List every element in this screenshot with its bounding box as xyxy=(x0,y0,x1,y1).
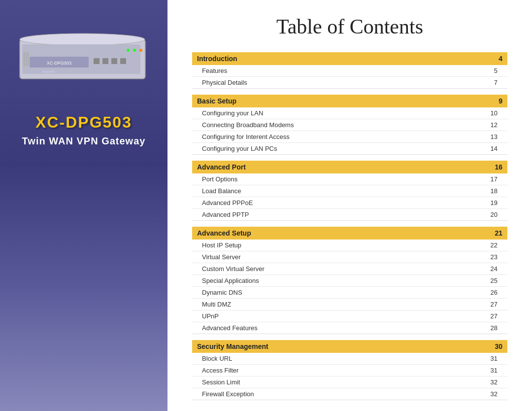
toc-item-page: 18 xyxy=(491,187,498,195)
toc-item: Block URL31 xyxy=(192,353,507,365)
toc-item: Access Filter31 xyxy=(192,365,507,377)
toc-item-label: UPnP xyxy=(202,312,219,320)
toc-section-header: Introduction4 xyxy=(192,52,507,65)
toc-item: Load Balance18 xyxy=(192,185,507,197)
toc-item-label: Load Balance xyxy=(202,187,241,195)
toc-item: Virtual Server23 xyxy=(192,251,507,263)
main-content: Table of Contents Introduction4Features5… xyxy=(167,0,532,411)
toc-item: Advanced Features28 xyxy=(192,322,507,334)
toc-section: Advanced Setup21Host IP Setup22Virtual S… xyxy=(192,227,507,334)
brand-subtitle: Twin WAN VPN Gateway xyxy=(22,136,146,147)
toc-item-label: Virtual Server xyxy=(202,253,241,261)
toc-section-header: Security Management30 xyxy=(192,340,507,353)
svg-point-1 xyxy=(20,34,145,45)
toc-item-label: Features xyxy=(202,67,227,74)
toc-item-label: Port Options xyxy=(202,175,237,183)
toc-section: Security Management30Block URL31Access F… xyxy=(192,340,507,400)
toc-item-page: 31 xyxy=(491,355,498,362)
svg-rect-9 xyxy=(94,58,100,64)
toc-item-page: 31 xyxy=(491,367,498,374)
toc-item-page: 20 xyxy=(491,211,498,218)
toc-section-page: 9 xyxy=(499,97,502,105)
toc-section-title: Advanced Port xyxy=(197,163,246,171)
toc-section-header: Advanced Setup21 xyxy=(192,227,507,240)
toc-item: Dynamic DNS26 xyxy=(192,287,507,299)
toc-item-label: Access Filter xyxy=(202,367,238,374)
toc-item: Session Limit32 xyxy=(192,377,507,388)
toc-item: Firewall Exception32 xyxy=(192,388,507,400)
toc-section-title: Advanced Setup xyxy=(197,229,251,237)
toc-section-title: Basic Setup xyxy=(197,97,236,105)
svg-rect-13 xyxy=(24,52,25,67)
toc-section-header: Basic Setup9 xyxy=(192,95,507,107)
svg-rect-14 xyxy=(26,52,27,67)
toc-section: Basic Setup9Configuring your LAN10Connec… xyxy=(192,95,507,155)
toc-item: Advanced PPPoE19 xyxy=(192,197,507,209)
toc-item-label: Connecting Broadband Modems xyxy=(202,121,294,129)
toc-item-page: 12 xyxy=(491,121,498,129)
svg-point-5 xyxy=(139,49,142,52)
sidebar: XC-DPG503 xincom XC-DPG503 Twin WAN VPN … xyxy=(0,0,167,411)
toc-item: Custom Virtual Server24 xyxy=(192,263,507,275)
toc-item: Configuring your LAN PCs14 xyxy=(192,143,507,154)
toc-item: Host IP Setup22 xyxy=(192,240,507,251)
svg-rect-10 xyxy=(102,58,108,64)
svg-rect-15 xyxy=(28,52,29,67)
toc-container: Introduction4Features5Physical Details7B… xyxy=(192,52,507,400)
device-image: XC-DPG503 xincom xyxy=(15,20,153,99)
toc-item-label: Configuring your LAN PCs xyxy=(202,145,277,152)
toc-item-label: Advanced Features xyxy=(202,324,258,332)
toc-item-label: Custom Virtual Server xyxy=(202,265,265,273)
toc-section-header: Advanced Port16 xyxy=(192,161,507,173)
toc-item-page: 28 xyxy=(491,324,498,332)
toc-item: Connecting Broadband Modems12 xyxy=(192,119,507,131)
toc-item-page: 22 xyxy=(491,241,498,249)
toc-item: Features5 xyxy=(192,65,507,77)
svg-text:XC-DPG503: XC-DPG503 xyxy=(47,61,71,66)
toc-item-label: Advanced PPPoE xyxy=(202,199,253,206)
toc-section-title: Security Management xyxy=(197,342,268,350)
toc-section-page: 21 xyxy=(495,229,502,237)
toc-section-page: 16 xyxy=(495,163,502,171)
toc-item: UPnP27 xyxy=(192,310,507,322)
svg-rect-12 xyxy=(120,58,126,64)
toc-section-title: Introduction xyxy=(197,55,237,63)
svg-text:xincom: xincom xyxy=(42,69,55,74)
toc-item: Multi DMZ27 xyxy=(192,299,507,310)
toc-item-page: 32 xyxy=(491,378,498,386)
toc-item-label: Firewall Exception xyxy=(202,390,254,398)
brand-title: XC-DPG503 xyxy=(35,113,132,132)
toc-item: Configuring for Interent Access13 xyxy=(192,131,507,143)
toc-item-page: 25 xyxy=(491,277,498,284)
toc-item-label: Block URL xyxy=(202,355,232,362)
toc-item: Advanced PPTP20 xyxy=(192,209,507,220)
toc-item-label: Physical Details xyxy=(202,79,247,86)
toc-item-page: 24 xyxy=(491,265,498,273)
toc-item: Configuring your LAN10 xyxy=(192,107,507,119)
toc-item-label: Special Applications xyxy=(202,277,259,284)
svg-point-4 xyxy=(133,49,136,52)
toc-item-label: Dynamic DNS xyxy=(202,289,242,296)
toc-item-page: 10 xyxy=(491,109,498,117)
toc-section: Introduction4Features5Physical Details7 xyxy=(192,52,507,89)
toc-item-label: Configuring your LAN xyxy=(202,109,263,117)
toc-section: Advanced Port16Port Options17Load Balanc… xyxy=(192,161,507,221)
toc-item: Special Applications25 xyxy=(192,275,507,287)
toc-item: Physical Details7 xyxy=(192,77,507,88)
toc-item-page: 27 xyxy=(491,312,498,320)
toc-item: Port Options17 xyxy=(192,173,507,185)
toc-section-page: 30 xyxy=(495,342,502,350)
toc-item-page: 13 xyxy=(491,133,498,140)
toc-item-page: 32 xyxy=(491,390,498,398)
toc-item-label: Advanced PPTP xyxy=(202,211,249,218)
toc-item-page: 19 xyxy=(491,199,498,206)
toc-item-page: 14 xyxy=(491,145,498,152)
toc-item-label: Session Limit xyxy=(202,378,240,386)
svg-point-3 xyxy=(127,49,130,52)
toc-section-page: 4 xyxy=(499,55,502,63)
toc-item-page: 26 xyxy=(491,289,498,296)
toc-item-page: 23 xyxy=(491,253,498,261)
page-title: Table of Contents xyxy=(192,15,507,38)
svg-rect-11 xyxy=(111,58,117,64)
toc-item-label: Multi DMZ xyxy=(202,301,231,308)
